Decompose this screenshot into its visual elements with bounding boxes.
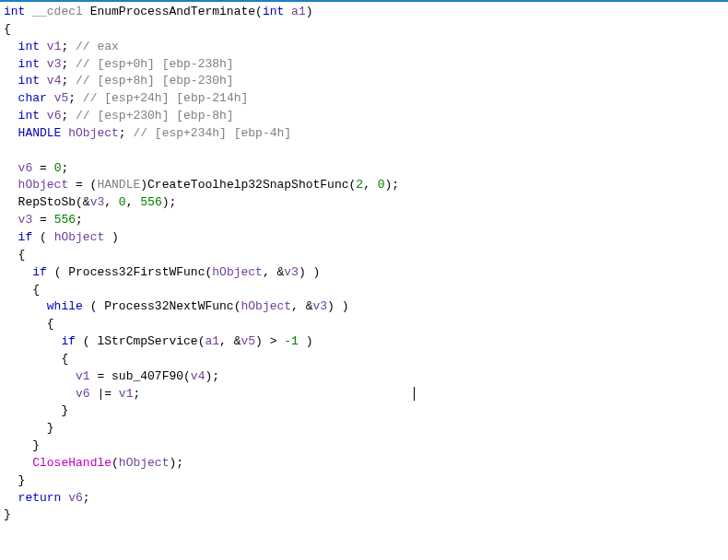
code-line: return v6; [4, 490, 724, 508]
code-line: if ( lStrCmpService(a1, &v5) > -1 ) [4, 333, 724, 351]
code-line: v6 |= v1; [4, 386, 724, 403]
code-line: { [4, 316, 724, 333]
return-type: int [4, 5, 25, 18]
code-line: { [4, 21, 724, 39]
func-name: EnumProcessAndTerminate [90, 5, 255, 18]
code-line: } [4, 507, 724, 524]
code-line: } [4, 472, 724, 490]
code-line: CloseHandle(hObject); [4, 455, 724, 472]
code-line [4, 143, 724, 160]
code-line: int v3; // [esp+0h] [ebp-238h] [4, 56, 724, 74]
code-line: char v5; // [esp+24h] [ebp-214h] [4, 90, 724, 108]
code-line: hObject = (HANDLE)CreateToolhelp32SnapSh… [4, 177, 724, 194]
code-line: } [4, 438, 724, 455]
code-line: int v1; // eax [4, 39, 724, 56]
code-line: { [4, 351, 724, 368]
code-line: int v6; // [esp+230h] [ebp-8h] [4, 108, 724, 125]
code-line: } [4, 402, 724, 420]
code-line: RepStoSb(&v3, 0, 556); [4, 194, 724, 212]
code-line: v3 = 556; [4, 212, 724, 229]
code-line: if ( Process32FirstWFunc(hObject, &v3) ) [4, 264, 724, 282]
code-line: v6 = 0; [4, 160, 724, 178]
code-block: int __cdecl EnumProcessAndTerminate(int … [0, 2, 728, 526]
text-cursor [414, 387, 415, 401]
code-line: } [4, 420, 724, 438]
param-name: a1 [291, 5, 306, 18]
code-line: { [4, 247, 724, 264]
code-line: { [4, 282, 724, 299]
code-line: int v4; // [esp+8h] [ebp-230h] [4, 73, 724, 90]
call-conv: __cdecl [32, 5, 83, 18]
code-line: int __cdecl EnumProcessAndTerminate(int … [4, 4, 724, 21]
code-line: if ( hObject ) [4, 229, 724, 247]
code-line: while ( Process32NextWFunc(hObject, &v3)… [4, 298, 724, 316]
code-line: v1 = sub_407F90(v4); [4, 368, 724, 386]
code-line: HANDLE hObject; // [esp+234h] [ebp-4h] [4, 125, 724, 143]
param-type: int [263, 5, 284, 18]
